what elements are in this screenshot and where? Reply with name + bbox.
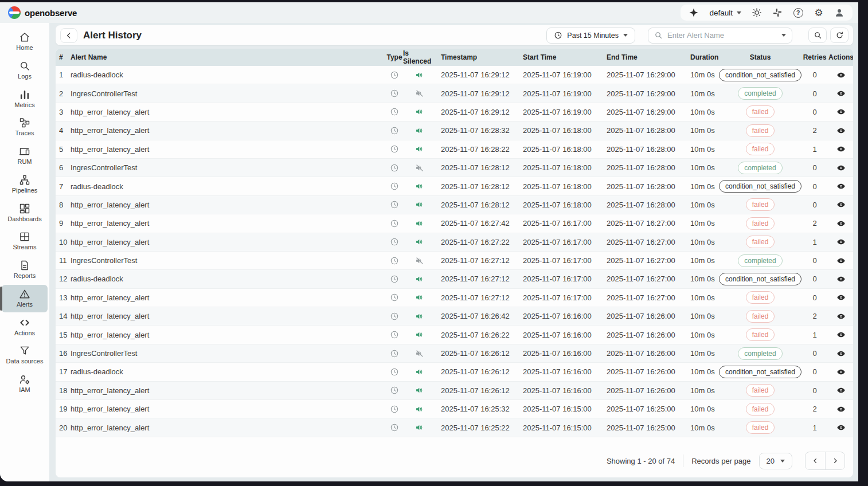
table-row[interactable]: 6 IngresControllerTest 2025-11-07 16:28:… <box>56 159 853 177</box>
row-index: 4 <box>56 126 71 135</box>
table-row[interactable]: 15 http_error_latency_alert 2025-11-07 1… <box>56 326 853 344</box>
search-button[interactable] <box>808 28 827 43</box>
status-badge: failed <box>746 105 775 118</box>
view-details-button[interactable] <box>829 312 853 321</box>
view-details-button[interactable] <box>829 126 853 135</box>
type-cell <box>386 200 403 209</box>
type-cell <box>386 349 403 358</box>
view-details-button[interactable] <box>829 163 853 173</box>
end-time-cell: 2025-11-07 16:27:00 <box>602 293 686 302</box>
settings-icon[interactable]: ⚙ <box>814 7 824 18</box>
end-time-cell: 2025-11-07 16:29:00 <box>602 108 686 116</box>
view-details-button[interactable] <box>829 89 853 98</box>
table-row[interactable]: 20 http_error_latency_alert 2025-11-07 1… <box>56 418 853 437</box>
help-icon[interactable]: ? <box>793 7 803 18</box>
view-details-button[interactable] <box>829 70 853 80</box>
clock-icon <box>390 293 399 302</box>
view-details-button[interactable] <box>829 237 853 246</box>
timestamp-cell: 2025-11-07 16:28:12 <box>436 163 518 172</box>
profile-icon[interactable] <box>834 7 844 18</box>
view-details-button[interactable] <box>829 182 853 191</box>
clock-icon <box>390 405 399 414</box>
org-selector[interactable]: default <box>709 9 741 17</box>
is-silenced-cell <box>403 256 436 265</box>
ai-sparkle-icon[interactable] <box>689 7 699 18</box>
slack-icon[interactable] <box>772 7 783 18</box>
duration-cell: 10m 0s <box>686 367 720 376</box>
refresh-button[interactable] <box>830 28 849 43</box>
table-row[interactable]: 4 http_error_latency_alert 2025-11-07 16… <box>56 121 853 140</box>
timestamp-cell: 2025-11-07 16:27:12 <box>436 256 518 265</box>
end-time-cell: 2025-11-07 16:26:00 <box>602 367 686 376</box>
sidebar-item-alerts[interactable]: Alerts <box>2 285 48 312</box>
view-details-button[interactable] <box>829 256 853 265</box>
view-details-button[interactable] <box>829 293 853 302</box>
prev-page-button[interactable] <box>806 452 825 469</box>
sidebar-item-reports[interactable]: Reports <box>2 256 48 284</box>
chevron-down-icon <box>780 460 785 463</box>
status-badge: failed <box>746 310 775 323</box>
view-details-button[interactable] <box>829 405 853 414</box>
sidebar-item-logs[interactable]: Logs <box>2 57 48 84</box>
retries-cell: 0 <box>800 70 829 79</box>
end-time-cell: 2025-11-07 16:26:00 <box>602 386 686 395</box>
sidebar-item-traces[interactable]: Traces <box>2 113 48 141</box>
records-per-page-select[interactable]: 20 <box>759 453 792 469</box>
brand-name: openobserve <box>25 8 77 18</box>
row-index: 11 <box>56 256 71 265</box>
brand[interactable]: openobserve <box>8 6 77 19</box>
status-badge: failed <box>746 421 775 434</box>
time-range-selector[interactable]: Past 15 Minutes <box>546 28 635 44</box>
eye-icon <box>836 349 846 358</box>
light-mode-icon[interactable] <box>752 7 762 18</box>
sidebar-item-metrics[interactable]: Metrics <box>2 85 48 113</box>
alert-name-cell: radius-deadlock <box>71 182 386 191</box>
next-page-button[interactable] <box>825 452 844 469</box>
alert-name-cell: radius-deadlock <box>71 70 386 79</box>
sidebar-item-home[interactable]: Home <box>2 28 48 56</box>
table-row[interactable]: 1 radius-deadlock 2025-11-07 16:29:12 20… <box>56 66 853 84</box>
table-row[interactable]: 18 http_error_latency_alert 2025-11-07 1… <box>56 382 853 400</box>
sidebar-item-data-sources[interactable]: Data sources <box>2 342 48 369</box>
sidebar-item-pipelines[interactable]: Pipelines <box>2 171 48 198</box>
view-details-button[interactable] <box>829 349 853 358</box>
table-row[interactable]: 12 radius-deadlock 2025-11-07 16:27:12 2… <box>56 270 853 288</box>
view-details-button[interactable] <box>829 200 853 209</box>
table-row[interactable]: 7 radius-deadlock 2025-11-07 16:28:12 20… <box>56 177 853 195</box>
table-row[interactable]: 11 IngresControllerTest 2025-11-07 16:27… <box>56 252 853 270</box>
view-details-button[interactable] <box>829 330 853 339</box>
timestamp-cell: 2025-11-07 16:26:22 <box>436 331 518 339</box>
table-row[interactable]: 13 http_error_latency_alert 2025-11-07 1… <box>56 289 853 307</box>
sidebar-item-rum[interactable]: RUM <box>2 142 48 170</box>
table-row[interactable]: 9 http_error_latency_alert 2025-11-07 16… <box>56 214 853 233</box>
chevron-down-icon[interactable] <box>781 34 786 37</box>
status-cell: condition_not_satisfied <box>720 69 800 81</box>
sidebar-item-streams[interactable]: Streams <box>2 228 48 255</box>
sidebar-item-iam[interactable]: IAM <box>2 370 48 398</box>
view-details-button[interactable] <box>829 144 853 154</box>
retries-cell: 1 <box>800 238 829 246</box>
table-row[interactable]: 16 IngresControllerTest 2025-11-07 16:26… <box>56 344 853 363</box>
table-row[interactable]: 10 http_error_latency_alert 2025-11-07 1… <box>56 233 853 252</box>
table-row[interactable]: 3 http_error_latency_alert 2025-11-07 16… <box>56 103 853 121</box>
view-details-button[interactable] <box>829 107 853 116</box>
view-details-button[interactable] <box>829 367 853 377</box>
alert-name-input[interactable] <box>667 31 777 40</box>
table-row[interactable]: 2 IngresControllerTest 2025-11-07 16:29:… <box>56 84 853 103</box>
back-button[interactable] <box>60 28 77 43</box>
table-row[interactable]: 14 http_error_latency_alert 2025-11-07 1… <box>56 307 853 326</box>
search-icon <box>654 31 663 40</box>
table-row[interactable]: 8 http_error_latency_alert 2025-11-07 16… <box>56 196 853 214</box>
eye-icon <box>836 144 846 154</box>
view-details-button[interactable] <box>829 219 853 228</box>
sidebar-item-actions[interactable]: Actions <box>2 313 48 341</box>
view-details-button[interactable] <box>829 423 853 432</box>
eye-icon <box>836 200 846 209</box>
view-details-button[interactable] <box>829 386 853 395</box>
is-silenced-cell <box>403 367 436 377</box>
sidebar-item-dashboards[interactable]: Dashboards <box>2 199 48 227</box>
table-row[interactable]: 17 radius-deadlock 2025-11-07 16:26:12 2… <box>56 363 853 381</box>
view-details-button[interactable] <box>829 275 853 284</box>
table-row[interactable]: 5 http_error_latency_alert 2025-11-07 16… <box>56 140 853 159</box>
table-row[interactable]: 19 http_error_latency_alert 2025-11-07 1… <box>56 400 853 418</box>
